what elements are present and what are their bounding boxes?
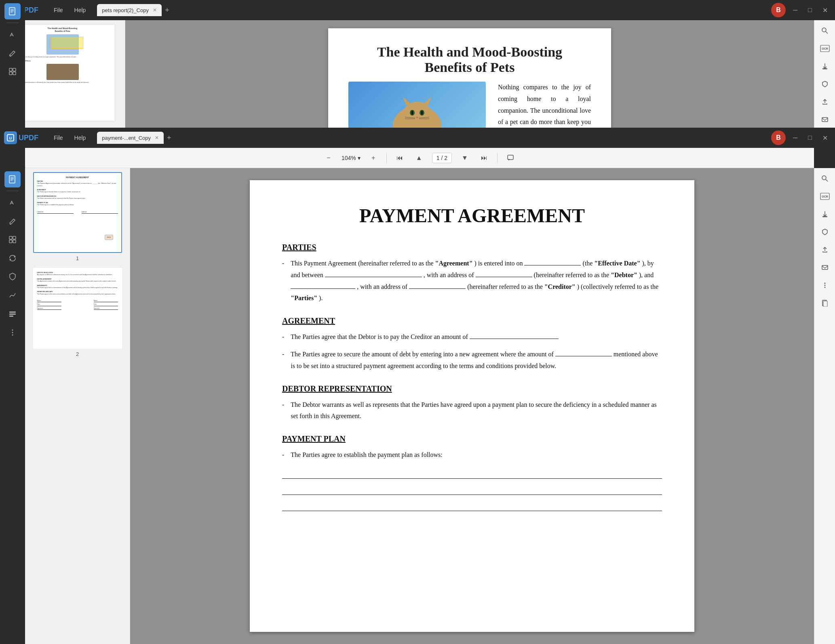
zoom-in-btn-bottom[interactable]: + bbox=[367, 152, 380, 164]
thumbnail-panel-bottom: PAYMENT AGREEMENT PARTIES This Payment A… bbox=[25, 168, 130, 644]
tab-close-bottom[interactable]: ✕ bbox=[155, 135, 159, 141]
zoom-dropdown-bottom[interactable]: ▾ bbox=[358, 155, 361, 161]
tab-add-bottom[interactable]: + bbox=[167, 134, 171, 142]
sidebar-organize-top[interactable] bbox=[4, 63, 21, 80]
attachment-btn-top[interactable] bbox=[818, 59, 832, 74]
attachment-btn-bottom[interactable] bbox=[818, 207, 832, 221]
thumb-label-2: 2 bbox=[76, 351, 79, 357]
pdf-main-view-bottom: PAYMENT AGREEMENT PARTIES - This Payment… bbox=[130, 168, 814, 644]
updf-logo-bottom: U UPDF bbox=[4, 131, 38, 144]
svg-point-51 bbox=[12, 330, 13, 331]
comment-btn-bottom[interactable] bbox=[504, 152, 517, 164]
sidebar-highlight-top[interactable] bbox=[4, 26, 21, 42]
thumb-mini-content: The Health and Mood-BoostingBenefits of … bbox=[11, 25, 115, 86]
maximize-btn-bottom[interactable]: □ bbox=[805, 133, 815, 143]
svg-rect-58 bbox=[822, 216, 827, 217]
menu-file-top[interactable]: File bbox=[50, 5, 67, 15]
agreement-content: - The Parties agree that the Debtor is t… bbox=[282, 331, 662, 372]
security-btn-top[interactable] bbox=[818, 77, 832, 91]
svg-point-14 bbox=[822, 28, 826, 32]
svg-rect-18 bbox=[822, 68, 827, 69]
updf-icon-bottom: U bbox=[4, 131, 17, 144]
updf-text-bottom: UPDF bbox=[19, 134, 38, 142]
svg-rect-9 bbox=[9, 68, 12, 71]
sidebar-left-bottom bbox=[0, 168, 25, 644]
sidebar-reader-bottom[interactable] bbox=[4, 171, 21, 187]
page-display-bottom: 1 / 2 bbox=[432, 153, 452, 163]
thumbnail-pets[interactable]: The Health and Mood-BoostingBenefits of … bbox=[10, 24, 115, 121]
svg-rect-10 bbox=[13, 68, 16, 71]
svg-text:OCR: OCR bbox=[822, 47, 828, 50]
highlight-overlay bbox=[51, 37, 83, 49]
tab-close-top[interactable]: ✕ bbox=[153, 7, 157, 13]
email-btn-top[interactable] bbox=[818, 112, 832, 127]
thumb2-content: DISPUTE RESOLUTION Any dispute or differ… bbox=[34, 269, 121, 313]
titlebar-bottom: U UPDF File Help payment-...ent_Copy ✕ +… bbox=[0, 128, 835, 148]
next-page-btn-bottom[interactable]: ▼ bbox=[458, 152, 471, 164]
thumb-item-2[interactable]: DISPUTE RESOLUTION Any dispute or differ… bbox=[33, 268, 122, 357]
zoom-out-btn-bottom[interactable]: − bbox=[322, 152, 335, 164]
more-btn-bottom[interactable] bbox=[818, 278, 832, 293]
sidebar-organize-bottom[interactable] bbox=[4, 232, 21, 248]
tab-bar-top: pets report(2)_Copy ✕ + bbox=[97, 4, 768, 16]
menu-help-top[interactable]: Help bbox=[70, 5, 90, 15]
debtor-bullet: - The Debtor warrants as well as represe… bbox=[282, 399, 662, 423]
payment-line-1 bbox=[282, 469, 662, 479]
tab-payment[interactable]: payment-...ent_Copy ✕ bbox=[97, 132, 164, 144]
titlebar-top: U UPDF File Help pets report(2)_Copy ✕ +… bbox=[0, 0, 835, 20]
tab-pets-report[interactable]: pets report(2)_Copy ✕ bbox=[97, 4, 162, 16]
user-avatar-bottom: B bbox=[771, 130, 786, 145]
share-btn-bottom[interactable] bbox=[818, 242, 832, 257]
share-btn-top[interactable] bbox=[818, 95, 832, 109]
svg-rect-36 bbox=[9, 176, 15, 183]
svg-line-15 bbox=[826, 32, 828, 34]
sidebar-convert-bottom[interactable] bbox=[4, 250, 21, 266]
svg-rect-2 bbox=[9, 8, 15, 15]
svg-text:U: U bbox=[9, 136, 12, 140]
email-btn-bottom[interactable] bbox=[818, 260, 832, 275]
close-btn-bottom[interactable]: ✕ bbox=[819, 133, 831, 143]
menu-help-bottom[interactable]: Help bbox=[70, 133, 90, 143]
window-top: U UPDF File Help pets report(2)_Copy ✕ +… bbox=[0, 0, 835, 128]
svg-rect-19 bbox=[822, 118, 828, 122]
sidebar-more-bottom[interactable] bbox=[4, 324, 21, 341]
sidebar-protect-bottom[interactable] bbox=[4, 269, 21, 285]
last-page-btn-bottom[interactable]: ⏭ bbox=[478, 152, 491, 164]
thumb-box-2[interactable]: DISPUTE RESOLUTION Any dispute or differ… bbox=[33, 268, 122, 349]
search-btn-right-bottom[interactable] bbox=[818, 171, 832, 186]
payment-line-2 bbox=[282, 485, 662, 495]
maximize-btn-top[interactable]: □ bbox=[805, 5, 815, 15]
debtor-content: - The Debtor warrants as well as represe… bbox=[282, 399, 662, 423]
thumb-box-1[interactable]: PAYMENT AGREEMENT PARTIES This Payment A… bbox=[33, 172, 122, 253]
ocr-btn-top[interactable]: OCR bbox=[818, 41, 832, 56]
minimize-btn-top[interactable]: ─ bbox=[790, 5, 801, 15]
sidebar-reader-top[interactable] bbox=[4, 3, 21, 19]
close-btn-top[interactable]: ✕ bbox=[819, 5, 831, 16]
tab-add-top[interactable]: + bbox=[165, 6, 169, 15]
search-btn-right-top[interactable] bbox=[818, 23, 832, 38]
security-btn-bottom[interactable] bbox=[818, 225, 832, 239]
svg-rect-48 bbox=[9, 311, 16, 313]
svg-point-52 bbox=[12, 332, 13, 333]
menu-file-bottom[interactable]: File bbox=[50, 133, 67, 143]
prev-page-btn-bottom[interactable]: ▲ bbox=[413, 152, 426, 164]
thumb-label-1: 1 bbox=[76, 255, 79, 261]
pdf-title-pets-line1: The Health and Mood-Boosting Benefits of… bbox=[348, 44, 591, 75]
parties-content: - This Payment Agreement (hereinafter re… bbox=[282, 258, 662, 304]
sidebar-divider-bottom bbox=[6, 191, 19, 191]
sidebar-edit-top[interactable] bbox=[4, 45, 21, 61]
first-page-btn-bottom[interactable]: ⏮ bbox=[393, 152, 406, 164]
sidebar-form-bottom[interactable] bbox=[4, 306, 21, 322]
sidebar-sign-bottom[interactable] bbox=[4, 287, 21, 303]
sidebar-edit-bottom[interactable] bbox=[4, 213, 21, 229]
sidebar-highlight-bottom[interactable] bbox=[4, 194, 21, 210]
content-area-bottom: PAYMENT AGREEMENT PARTIES This Payment A… bbox=[25, 168, 814, 644]
ocr-btn-bottom[interactable]: OCR bbox=[818, 189, 832, 204]
minimize-btn-bottom[interactable]: ─ bbox=[790, 133, 801, 143]
toolbar-bottom-wrap: − 104% ▾ + ⏮ ▲ 1 / 2 ▼ ⏭ bbox=[25, 148, 814, 168]
thumb-item-1[interactable]: PAYMENT AGREEMENT PARTIES This Payment A… bbox=[33, 172, 122, 261]
parties-bullet: - This Payment Agreement (hereinafter re… bbox=[282, 258, 662, 304]
pages-btn-bottom[interactable] bbox=[818, 296, 832, 310]
svg-point-26 bbox=[411, 111, 413, 115]
pdf-page-bottom: PAYMENT AGREEMENT PARTIES - This Payment… bbox=[250, 180, 694, 632]
